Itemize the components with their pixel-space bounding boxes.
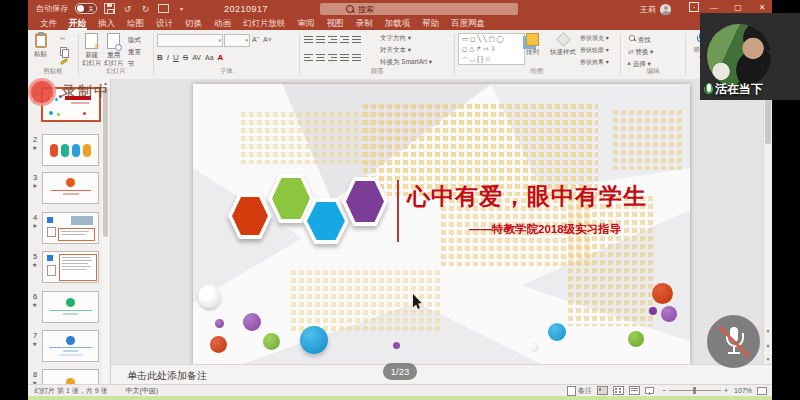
paragraph-group: 文字方向 ▾ 对齐文本 ▾ 转换为 SmartArt ▾ 段落	[302, 30, 453, 78]
zoom-out-button[interactable]: −	[662, 387, 666, 394]
redo-button[interactable]: ↻	[140, 3, 151, 14]
underline-button[interactable]: U	[173, 53, 179, 62]
decrease-indent-button[interactable]	[328, 36, 337, 44]
line-spacing-button[interactable]	[352, 36, 361, 44]
arrange-button[interactable]: 排列	[526, 33, 539, 56]
quick-styles-button[interactable]: 快速样式	[550, 33, 576, 56]
close-button[interactable]: ✕	[752, 0, 772, 14]
replace-button[interactable]: ⇄ 替换 ▾	[628, 48, 653, 57]
strikethrough-button[interactable]: S	[183, 53, 188, 62]
tab-record[interactable]: 录制	[350, 16, 379, 30]
thumb-preview	[42, 330, 99, 362]
copy-button[interactable]	[60, 47, 68, 56]
zoom-knob[interactable]	[693, 387, 696, 394]
slide-canvas[interactable]: 心中有爱，眼中有学生 ——特教学院2018级实习指导	[193, 84, 690, 364]
font-size-select[interactable]: ▾	[224, 34, 250, 47]
dot-pattern	[568, 196, 653, 326]
increase-font-button[interactable]: Aˆ	[252, 36, 259, 43]
align-center-button[interactable]	[316, 54, 325, 62]
reset-button[interactable]: 重置	[128, 48, 141, 57]
convert-smartart-button[interactable]: 转换为 SmartArt ▾	[380, 58, 432, 67]
thumb-number: 5	[33, 252, 37, 261]
layout-button[interactable]: 版式	[128, 36, 141, 45]
increase-indent-button[interactable]	[340, 36, 349, 44]
reading-view-button[interactable]	[629, 386, 640, 395]
thumbnail-slide-7[interactable]: 7 ★	[28, 330, 110, 366]
thumbnail-scrollbar[interactable]: ▲	[102, 79, 109, 385]
ribbon-display-options-button[interactable]: ⌄	[684, 0, 704, 14]
tab-slideshow[interactable]: 幻灯片放映	[237, 16, 292, 30]
thumbnail-slide-4[interactable]: 4 ★	[28, 212, 110, 248]
arrange-label: 排列	[526, 48, 539, 56]
webcam-overlay[interactable]: 活在当下	[700, 13, 800, 100]
new-slide-button[interactable]: 新建 幻灯片	[82, 33, 102, 67]
autosave-toggle[interactable]: 关	[75, 3, 97, 14]
slide-title[interactable]: 心中有爱，眼中有学生	[407, 181, 647, 212]
thumbnail-slide-3[interactable]: 3 ★	[28, 172, 110, 208]
mute-microphone-button[interactable]	[707, 315, 760, 368]
bold-button[interactable]: B	[157, 53, 163, 62]
ball-green-right	[628, 331, 644, 347]
maximize-button[interactable]: ▢	[728, 0, 748, 14]
align-right-button[interactable]	[328, 54, 337, 62]
shape-fill-button[interactable]: 形状填充 ▾	[580, 34, 609, 43]
font-color-button[interactable]: A	[218, 53, 224, 62]
text-direction-button[interactable]: 文字方向 ▾	[380, 34, 432, 43]
reuse-slides-button[interactable]: 重用 幻灯片	[104, 33, 124, 67]
find-button[interactable]: 查找	[628, 34, 653, 45]
fit-to-window-button[interactable]	[757, 387, 767, 395]
thumbnail-slide-2[interactable]: 2 ★	[28, 134, 110, 170]
slide-sorter-view-button[interactable]	[613, 386, 624, 395]
columns-button[interactable]	[352, 54, 361, 62]
start-slideshow-button[interactable]	[158, 3, 169, 14]
thumbnail-slide-8[interactable]: 8 ★	[28, 369, 110, 385]
align-left-button[interactable]	[304, 54, 313, 62]
slide-subtitle[interactable]: ——特教学院2018级实习指导	[469, 222, 621, 237]
tab-addins[interactable]: 加载项	[379, 16, 417, 30]
tab-animations[interactable]: 动画	[208, 16, 237, 30]
zoom-in-button[interactable]: +	[724, 387, 728, 394]
thumbnail-slide-5[interactable]: 5 ★	[28, 251, 110, 287]
tab-transitions[interactable]: 切换	[179, 16, 208, 30]
tab-review[interactable]: 审阅	[292, 16, 321, 30]
align-text-button[interactable]: 对齐文本 ▾	[380, 46, 432, 55]
char-spacing-button[interactable]: AV	[192, 54, 201, 61]
tab-draw[interactable]: 绘图	[121, 16, 150, 30]
tab-view[interactable]: 视图	[321, 16, 350, 30]
italic-button[interactable]: I	[167, 53, 169, 62]
tab-file[interactable]: 文件	[34, 16, 63, 30]
minimize-button[interactable]: —	[704, 0, 724, 14]
paste-button[interactable]: 粘贴	[34, 33, 47, 58]
slideshow-view-button[interactable]	[645, 387, 654, 395]
decrease-font-button[interactable]: A˅	[263, 36, 272, 43]
change-case-button[interactable]: Aa	[205, 54, 214, 61]
qat-customize-button[interactable]: ▾	[176, 3, 187, 14]
language-status[interactable]: 中文(中国)	[126, 386, 159, 396]
notes-toggle-button[interactable]: 备注	[567, 386, 592, 396]
bullets-button[interactable]	[304, 36, 313, 44]
notes-pane[interactable]: 单击此处添加备注	[111, 364, 772, 386]
cut-button[interactable]: ✂	[60, 35, 68, 43]
tab-home[interactable]: 开始	[63, 16, 92, 30]
font-name-select[interactable]: ▾	[157, 34, 223, 47]
normal-view-button[interactable]	[597, 386, 608, 395]
shape-effects-button[interactable]: 形状效果 ▾	[580, 58, 609, 67]
shape-outline-button[interactable]: 形状轮廓 ▾	[580, 46, 609, 55]
zoom-level[interactable]: 107%	[734, 387, 752, 394]
search-input[interactable]: 搜索	[320, 3, 518, 15]
zoom-slider[interactable]: − +	[662, 387, 728, 394]
thumbnail-slide-6[interactable]: 6 ★	[28, 291, 110, 327]
numbering-button[interactable]	[316, 36, 325, 44]
format-painter-button[interactable]	[60, 58, 68, 65]
justify-button[interactable]	[340, 54, 349, 62]
undo-button[interactable]: ↺	[122, 3, 133, 14]
tab-design[interactable]: 设计	[150, 16, 179, 30]
tab-insert[interactable]: 插入	[92, 16, 121, 30]
shapes-gallery[interactable]: ▭ ◻ ╲ ╲ ▢ ◯ ◻ △ ↱ ⇨ ⇩ ◠ ◡ { } ☆	[458, 33, 525, 65]
tab-baidu-netdisk[interactable]: 百度网盘	[445, 16, 491, 30]
account-area[interactable]: 王莉	[640, 4, 671, 15]
save-button[interactable]	[104, 3, 115, 14]
tab-help[interactable]: 帮助	[416, 16, 445, 30]
canvas-scrollbar[interactable]: ▲ ▼ ▲ ▼	[763, 79, 772, 364]
recording-indicator: 录制中	[28, 78, 110, 106]
